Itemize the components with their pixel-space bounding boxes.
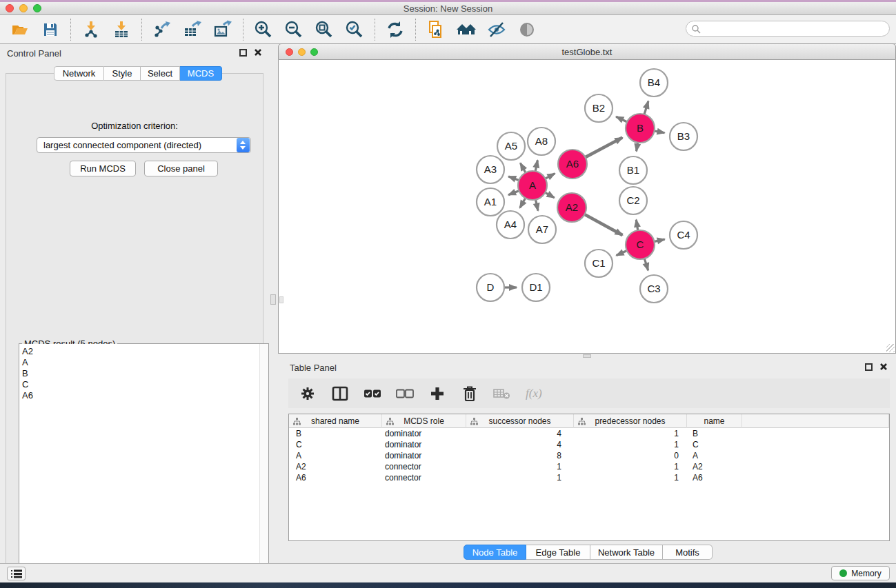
result-item[interactable]: B (22, 368, 268, 379)
graph-node-D[interactable]: D (477, 274, 504, 301)
tab-mcds[interactable]: MCDS (180, 66, 222, 81)
table-cell[interactable]: dominator (382, 450, 466, 461)
table-cell[interactable]: A6 (687, 472, 742, 483)
table-cell[interactable]: 1 (466, 472, 574, 483)
graph-node-A6[interactable]: A6 (558, 150, 587, 179)
memory-button[interactable]: Memory (831, 566, 890, 580)
tab-node-table[interactable]: Node Table (464, 545, 526, 560)
graph-edge[interactable] (584, 138, 623, 159)
refresh-icon[interactable] (385, 19, 406, 40)
close-panel-button[interactable]: Close panel (144, 161, 218, 176)
zoom-selected-icon[interactable] (344, 19, 365, 40)
tab-style[interactable]: Style (104, 66, 141, 81)
graph-node-B1[interactable]: B1 (619, 156, 647, 184)
zoom-fit-icon[interactable] (314, 19, 335, 40)
table-cell[interactable]: A (687, 450, 742, 461)
graph-node-A7[interactable]: A7 (528, 216, 556, 243)
tab-select[interactable]: Select (141, 66, 180, 81)
graph-edge[interactable] (644, 101, 648, 116)
export-network-icon[interactable] (152, 19, 172, 40)
graph-node-D1[interactable]: D1 (522, 274, 550, 301)
graph-node-A2[interactable]: A2 (557, 193, 586, 222)
window-resize-handle[interactable] (886, 344, 895, 352)
panel-divider-handle[interactable] (270, 294, 276, 305)
criterion-dropdown[interactable]: largest connected component (directed) (37, 137, 251, 153)
network-canvas[interactable]: AA1A2A3A4A5A6A7A8BB1B2B3B4CC1C2C3C4DD1 (278, 60, 896, 354)
table-row[interactable]: Cdominator41C (289, 439, 889, 450)
graph-node-C3[interactable]: C3 (640, 275, 668, 303)
column-header-shared-name[interactable]: shared name (289, 414, 382, 428)
add-column-icon[interactable] (428, 385, 446, 403)
tab-edge-table[interactable]: Edge Table (526, 545, 590, 560)
mcds-result-list[interactable]: A2ABCA6 (19, 344, 268, 579)
float-table-panel-icon[interactable] (865, 363, 873, 371)
graph-node-A[interactable]: A (518, 171, 547, 200)
new-network-from-selection-icon[interactable] (426, 19, 446, 40)
import-network-icon[interactable] (81, 19, 101, 40)
graph-node-A4[interactable]: A4 (497, 211, 524, 239)
table-cell[interactable]: 1 (574, 439, 687, 450)
table-cell[interactable]: 0 (574, 450, 687, 461)
column-header-name[interactable]: name (687, 414, 742, 428)
home-icon[interactable] (456, 19, 477, 40)
show-all-icon[interactable] (517, 19, 537, 40)
table-cell[interactable]: A6 (289, 472, 382, 483)
result-scrollbar[interactable] (259, 344, 268, 579)
table-cell[interactable]: A2 (687, 461, 742, 472)
table-cell[interactable]: connector (382, 461, 466, 472)
table-cell[interactable]: B (289, 428, 382, 439)
graph-node-C4[interactable]: C4 (670, 221, 697, 249)
graph-node-A3[interactable]: A3 (477, 156, 504, 183)
graph-node-B4[interactable]: B4 (640, 69, 668, 97)
settings-gear-icon[interactable] (299, 385, 317, 403)
column-header-mcds-role[interactable]: MCDS role (382, 414, 466, 428)
hide-selected-icon[interactable] (486, 19, 507, 40)
table-cell[interactable]: 1 (574, 472, 687, 483)
result-item[interactable]: A2 (22, 346, 268, 357)
graph-node-C2[interactable]: C2 (619, 187, 647, 214)
table-cell[interactable]: 1 (574, 461, 687, 472)
table-cell[interactable]: B (687, 428, 742, 439)
tab-network[interactable]: Network (54, 66, 104, 81)
network-window-titlebar[interactable]: testGlobe.txt (278, 43, 896, 60)
table-cell[interactable]: connector (382, 472, 466, 483)
table-cell[interactable]: 4 (466, 439, 574, 450)
table-cell[interactable]: A2 (289, 461, 382, 472)
task-history-button[interactable] (7, 567, 26, 580)
select-all-icon[interactable] (364, 385, 381, 403)
horizontal-divider-handle[interactable] (583, 354, 591, 358)
table-row[interactable]: Adominator80A (289, 450, 889, 461)
graph-node-A8[interactable]: A8 (528, 128, 555, 155)
tab-motifs[interactable]: Motifs (663, 545, 713, 560)
table-cell[interactable]: C (289, 439, 382, 450)
column-header-predecessor-nodes[interactable]: predecessor nodes (574, 414, 687, 428)
table-row[interactable]: A2connector11A2 (289, 461, 889, 472)
zoom-in-icon[interactable] (253, 19, 274, 40)
deselect-all-icon[interactable] (396, 385, 414, 403)
graph-node-C[interactable]: C (626, 230, 655, 259)
search-input[interactable] (701, 23, 889, 35)
result-item[interactable]: A (22, 357, 268, 368)
open-session-icon[interactable] (10, 19, 30, 40)
zoom-out-icon[interactable] (283, 19, 304, 40)
table-cell[interactable]: dominator (382, 439, 466, 450)
tab-network-table[interactable]: Network Table (590, 545, 663, 560)
graph-node-A5[interactable]: A5 (497, 132, 525, 160)
close-panel-icon[interactable] (254, 48, 262, 57)
float-panel-icon[interactable] (239, 49, 247, 57)
graph-node-A1[interactable]: A1 (477, 188, 504, 216)
table-cell[interactable]: 4 (466, 428, 574, 439)
export-table-icon[interactable] (182, 19, 203, 40)
close-table-panel-icon[interactable] (879, 363, 888, 371)
column-view-icon[interactable] (331, 385, 349, 403)
search-field[interactable] (686, 21, 890, 37)
save-session-icon[interactable] (40, 19, 61, 40)
run-mcds-button[interactable]: Run MCDS (70, 161, 136, 176)
column-header-successor-nodes[interactable]: successor nodes (466, 414, 574, 428)
import-table-icon[interactable] (111, 19, 132, 40)
export-image-icon[interactable] (212, 19, 233, 40)
graph-node-C1[interactable]: C1 (585, 250, 613, 277)
table-cell[interactable]: dominator (382, 428, 466, 439)
result-item[interactable]: A6 (22, 390, 268, 401)
table-cell[interactable]: 1 (574, 428, 687, 439)
